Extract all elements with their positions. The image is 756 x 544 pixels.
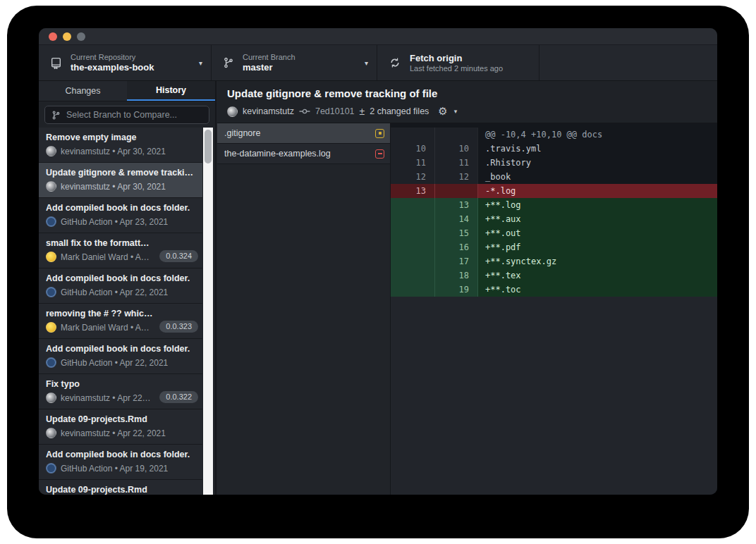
deleted-status-icon [375,149,384,159]
commit-item-author-date: kevinamstutz • Apr 30, 2021 [61,147,166,156]
old-line-number: 12 [391,170,434,184]
zoom-button[interactable] [77,32,85,41]
toolbar: Current Repository the-examples-book ▾ [39,44,717,81]
titlebar[interactable] [39,28,717,44]
diff-line: 13+**.log [391,198,717,212]
new-line-number: 15 [434,226,477,240]
commit-item-author-date: kevinamstutz • Apr 22… [61,393,151,403]
commit-list-item[interactable]: Update 09-projects.Rmdkevinamstutz • Apr… [39,409,202,445]
main-panel: Update gitignore & remove tracking of fi… [217,81,717,495]
commit-author: kevinamstutz [243,106,294,116]
commit-item-author-date: Mark Daniel Ward • A… [61,323,150,333]
commit-list-item[interactable]: Update gitignore & remove tracki…kevinam… [39,163,202,198]
sidebar-tabs: Changes History [39,81,215,101]
diff-line-text: @@ -10,4 +10,10 @@ docs [477,128,717,142]
changed-files-count: 2 changed files [370,106,429,116]
branch-icon [223,57,234,68]
branch-label: Current Branch [243,53,359,62]
commit-list-item[interactable]: Add compiled book in docs folder.GitHub … [39,339,202,374]
avatar [46,322,56,333]
diff-view: @@ -10,4 +10,10 @@ docs1010.travis.yml11… [391,123,717,495]
commit-item-title: Update 09-projects.Rmd [46,414,197,425]
old-line-number: 11 [391,156,434,170]
tab-changes[interactable]: Changes [39,81,127,101]
commit-item-title: Add compiled book in docs folder. [46,343,197,354]
commit-item-title: Update gitignore & remove tracki… [46,167,197,178]
gear-icon[interactable]: ⚙ [438,105,447,118]
branch-compare-input[interactable]: Select Branch to Compare... [44,106,209,124]
commit-item-meta: kevinamstutz • Apr 30, 2021 [46,146,197,156]
compare-placeholder: Select Branch to Compare... [66,110,177,120]
diff-empty-area [391,297,717,495]
commit-item-title: small fix to the formatt… [46,237,197,249]
fetch-subtitle: Last fetched 2 minutes ago [410,64,530,73]
minimize-button[interactable] [63,32,71,41]
tab-history[interactable]: History [127,81,215,101]
close-button[interactable] [49,32,57,41]
diff-line-text: +**.pdf [477,240,717,254]
fetch-title: Fetch origin [410,53,530,64]
commit-item-author-date: GitHub Action • Apr 22, 2021 [61,358,168,368]
current-branch-button[interactable]: Current Branch master ▾ [212,45,377,80]
commit-item-title: Add compiled book in docs folder. [46,449,197,460]
old-line-number [391,268,434,283]
new-line-number: 10 [434,142,477,156]
commit-list-item[interactable]: small fix to the formatt…Mark Daniel War… [39,233,202,268]
commit-list-item[interactable]: removing the # ?? whic…Mark Daniel Ward … [39,304,202,339]
commit-list-item[interactable]: Fix typokevinamstutz • Apr 22…0.0.322 [39,374,202,409]
commit-item-meta: kevinamstutz • Apr 22, 2021 [46,428,197,438]
sidebar-scrollbar[interactable] [203,128,213,495]
commit-list-item[interactable]: Remove empty imagekevinamstutz • Apr 30,… [39,128,202,163]
repo-icon [50,57,62,69]
app-window: Current Repository the-examples-book ▾ [39,28,717,495]
avatar [46,392,56,403]
diff-line-text: +**.log [477,198,717,212]
diff-line: 18+**.tex [391,268,717,283]
old-line-number [391,128,434,142]
commit-list-item[interactable]: Add compiled book in docs folder.GitHub … [39,445,202,480]
avatar [46,357,56,368]
diff-line: 13-*.log [391,184,717,198]
avatar [46,181,56,192]
avatar [227,106,238,117]
diff-line-text: +**.synctex.gz [477,254,717,268]
diff-line-text: +**.out [477,226,717,240]
current-repository-button[interactable]: Current Repository the-examples-book ▾ [39,45,212,80]
screenshot-canvas: Current Repository the-examples-book ▾ [0,0,756,544]
diff-line-text: .Rhistory [477,156,717,170]
diff-line: 19+**.toc [391,283,717,297]
diff-line: 17+**.synctex.gz [391,254,717,268]
file-list-item[interactable]: the-datamine-examples.log [217,144,390,164]
commit-list-item[interactable]: Update 09-projects.Rmd [39,480,202,495]
repo-name: the-examples-book [71,62,193,73]
diff-line-text: -*.log [477,184,717,198]
commit-item-title: Fix typo [46,378,197,390]
new-line-number: 17 [434,254,477,268]
changed-file-list: .gitignorethe-datamine-examples.log [217,123,391,495]
chevron-down-icon[interactable]: ▾ [454,108,458,115]
diff-line-text: .travis.yml [477,142,717,156]
commit-list-item[interactable]: Add compiled book in docs folder.GitHub … [39,268,202,304]
commit-item-author-date: kevinamstutz • Apr 30, 2021 [61,182,166,192]
commit-item-title: Update 09-projects.Rmd [46,484,197,495]
scrollbar-thumb[interactable] [205,130,212,163]
branch-icon [51,111,61,120]
diff-icon: ± [360,106,365,116]
fetch-origin-button[interactable]: Fetch origin Last fetched 2 minutes ago [377,45,539,80]
old-line-number [391,254,434,268]
commit-item-author-date: GitHub Action • Apr 22, 2021 [61,288,168,297]
file-list-item[interactable]: .gitignore [217,123,390,144]
commit-item-author-date: GitHub Action • Apr 23, 2021 [61,217,168,227]
commit-item-title: Add compiled book in docs folder. [46,273,197,284]
diff-line-text: _book [477,170,717,184]
new-line-number: 16 [434,240,477,254]
avatar [46,428,56,438]
old-line-number [391,212,434,226]
commit-list-item[interactable]: Add compiled book in docs folder.GitHub … [39,198,202,233]
new-line-number: 12 [434,170,477,184]
commit-item-title: Remove empty image [46,132,197,143]
new-line-number: 14 [434,212,477,226]
modified-status-icon [375,129,384,138]
diff-line: 15+**.out [391,226,717,240]
diff-line-text: +**.aux [477,212,717,226]
